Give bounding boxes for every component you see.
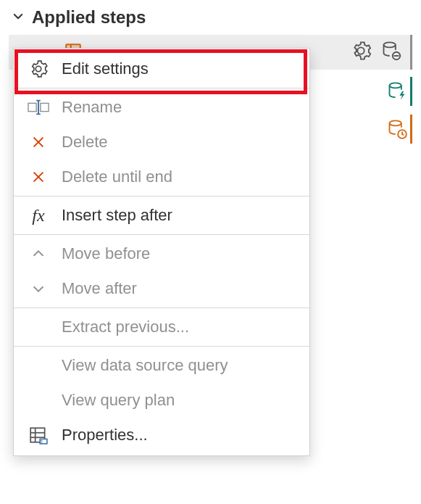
blank-icon: [27, 355, 50, 376]
blank-icon: [27, 390, 50, 410]
menu-label: Delete until end: [62, 168, 172, 186]
menu-properties[interactable]: Properties...: [14, 418, 309, 453]
menu-divider: [14, 307, 309, 308]
chevron-down-icon: [27, 278, 50, 299]
chevron-down-icon: [12, 7, 25, 28]
menu-delete-until-end[interactable]: Delete until end: [14, 160, 309, 194]
menu-edit-settings[interactable]: Edit settings: [14, 51, 309, 86]
blank-icon: [27, 317, 50, 337]
svg-rect-17: [40, 439, 47, 444]
gear-icon[interactable]: [351, 41, 371, 65]
menu-divider: [14, 346, 309, 347]
context-menu: Edit settings Rename Delete Delete until…: [13, 48, 310, 456]
menu-label: Extract previous...: [62, 318, 189, 336]
database-lightning-icon[interactable]: [383, 77, 412, 106]
applied-steps-header[interactable]: Applied steps: [0, 0, 421, 35]
menu-view-query-plan[interactable]: View query plan: [14, 383, 309, 418]
menu-move-after[interactable]: Move after: [14, 271, 309, 306]
svg-point-4: [384, 42, 396, 47]
menu-label: Edit settings: [62, 59, 149, 78]
menu-divider: [14, 88, 309, 88]
menu-move-before[interactable]: Move before: [14, 236, 309, 271]
menu-label: Delete: [62, 133, 108, 152]
svg-rect-11: [41, 103, 49, 111]
chevron-up-icon: [27, 244, 50, 264]
menu-view-data-source-query[interactable]: View data source query: [14, 348, 309, 383]
database-clock-icon[interactable]: [383, 115, 412, 144]
properties-icon: [27, 425, 50, 445]
menu-label: Move before: [62, 244, 150, 263]
menu-divider: [14, 234, 309, 235]
menu-delete[interactable]: Delete: [14, 125, 309, 160]
svg-rect-19: [41, 442, 42, 442]
svg-rect-18: [41, 440, 42, 441]
menu-label: Properties...: [62, 426, 148, 445]
database-remove-icon[interactable]: [381, 41, 401, 65]
close-icon: [27, 132, 50, 152]
rename-icon: [27, 97, 50, 117]
menu-rename[interactable]: Rename: [14, 90, 309, 125]
svg-point-8: [389, 120, 401, 125]
menu-divider: [14, 196, 309, 197]
menu-label: Move after: [62, 279, 137, 298]
gear-icon: [27, 59, 50, 79]
panel-title: Applied steps: [32, 7, 146, 28]
menu-label: Rename: [62, 98, 122, 117]
menu-insert-step-after[interactable]: fx Insert step after: [14, 198, 309, 233]
sidebar-icons: [383, 77, 412, 144]
fx-icon: fx: [27, 205, 50, 226]
svg-rect-10: [28, 103, 36, 111]
menu-extract-previous[interactable]: Extract previous...: [14, 310, 309, 344]
menu-label: View data source query: [62, 356, 228, 375]
menu-label: Insert step after: [62, 206, 172, 225]
svg-point-7: [389, 83, 401, 88]
close-icon: [27, 167, 50, 187]
menu-label: View query plan: [62, 391, 175, 410]
